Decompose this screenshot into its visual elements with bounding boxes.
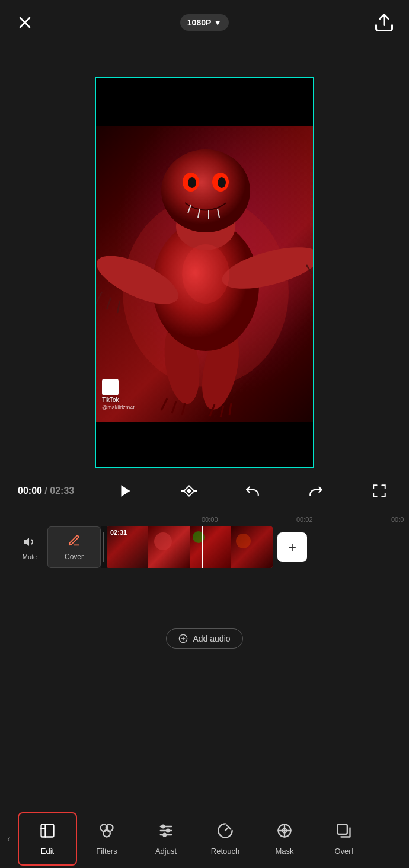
quality-label: 1080P	[187, 18, 211, 27]
filters-icon	[98, 822, 115, 843]
total-time: 02:33	[50, 486, 74, 496]
filters-label: Filters	[96, 847, 117, 856]
timeline-track: Mute Cover 02:31	[0, 526, 409, 568]
video-black-top	[96, 78, 313, 126]
cover-clip[interactable]: Cover	[47, 526, 101, 568]
top-bar: 1080P ▼	[0, 0, 409, 39]
mute-label: Mute	[23, 553, 37, 560]
timestamp-2: 00:0	[391, 516, 409, 523]
timeline-needle	[202, 526, 203, 568]
cover-pencil-icon	[68, 534, 81, 550]
add-audio-button[interactable]: Add audio	[166, 628, 242, 649]
export-button[interactable]	[373, 12, 395, 33]
close-button[interactable]	[14, 12, 36, 33]
video-black-bottom	[96, 422, 313, 468]
clip-divider	[101, 526, 107, 568]
add-audio-section: Add audio	[0, 628, 409, 649]
toolbar-item-filters[interactable]: Filters	[77, 812, 136, 866]
current-time: 00:00	[18, 486, 42, 496]
svg-point-15	[182, 244, 229, 304]
svg-rect-40	[338, 824, 347, 834]
video-strip[interactable]: 02:31	[107, 526, 273, 568]
add-clip-button[interactable]: +	[277, 532, 307, 562]
adjust-icon	[158, 822, 174, 843]
svg-point-33	[162, 825, 165, 828]
tiktok-username: TikTok	[102, 397, 135, 403]
toolbar-item-adjust[interactable]: Adjust	[136, 812, 196, 866]
mask-label: Mask	[275, 847, 293, 856]
timestamp-0: 00:00	[202, 516, 296, 523]
add-audio-label: Add audio	[193, 634, 230, 643]
track-clips: Cover 02:31	[47, 526, 397, 568]
svg-point-34	[167, 829, 170, 832]
svg-marker-20	[24, 538, 29, 546]
scroll-left-icon: ‹	[7, 834, 10, 844]
time-display: 00:00 / 02:33	[18, 486, 74, 496]
undo-button[interactable]	[241, 479, 264, 503]
video-frame: ♪ TikTok @makiidzm4t	[96, 126, 313, 422]
svg-point-14	[218, 177, 226, 188]
mute-icon	[23, 535, 37, 552]
play-button[interactable]	[114, 479, 138, 503]
track-controls: Mute	[12, 535, 47, 560]
keyframe-button[interactable]	[177, 479, 201, 503]
svg-point-17	[188, 490, 190, 492]
strip-frame-3	[190, 526, 231, 568]
fullscreen-button[interactable]	[368, 479, 391, 503]
toolbar-scroll-left[interactable]: ‹	[0, 809, 18, 868]
svg-point-10	[161, 149, 250, 232]
svg-point-29	[103, 829, 110, 837]
strip-frame-2	[148, 526, 190, 568]
playback-controls: 00:00 / 02:33	[0, 479, 409, 503]
toolbar-items: Edit Filters	[18, 812, 409, 866]
mute-button[interactable]: Mute	[23, 535, 37, 560]
redo-button[interactable]	[304, 479, 328, 503]
toolbar-item-mask[interactable]: Mask	[255, 812, 314, 866]
cover-label: Cover	[65, 553, 84, 561]
monster-svg	[96, 126, 313, 422]
adjust-label: Adjust	[155, 847, 177, 856]
strip-frame-4	[231, 526, 273, 568]
retouch-label: Retouch	[211, 847, 239, 856]
edit-label: Edit	[41, 847, 54, 856]
edit-icon	[39, 822, 56, 843]
quality-selector[interactable]: 1080P ▼	[180, 14, 229, 31]
bottom-toolbar: ‹ Edit Filters	[0, 809, 409, 868]
tiktok-logo-icon: ♪	[102, 379, 119, 395]
svg-point-35	[163, 833, 166, 836]
timeline-timestamps: 00:00 00:02 00:0	[0, 516, 409, 523]
toolbar-item-edit[interactable]: Edit	[18, 812, 77, 866]
video-preview: ♪ TikTok @makiidzm4t	[95, 77, 314, 468]
tiktok-watermark: ♪ TikTok @makiidzm4t	[102, 379, 135, 410]
tiktok-handle: @makiidzm4t	[102, 404, 135, 410]
toolbar-item-retouch[interactable]: Retouch	[196, 812, 255, 866]
mask-icon	[276, 822, 293, 843]
time-separator: /	[42, 486, 50, 496]
timestamp-1: 00:02	[296, 516, 391, 523]
toolbar-item-overlay[interactable]: Overl	[314, 812, 373, 866]
svg-point-13	[188, 177, 196, 188]
strip-duration: 02:31	[110, 529, 127, 536]
quality-arrow-icon: ▼	[213, 18, 222, 27]
timeline-area: 00:00 00:02 00:0 Mute	[0, 516, 409, 623]
svg-marker-16	[122, 485, 130, 497]
overlay-icon	[335, 822, 352, 843]
overlay-label: Overl	[334, 847, 353, 856]
retouch-icon	[217, 822, 234, 843]
svg-rect-24	[41, 824, 54, 837]
